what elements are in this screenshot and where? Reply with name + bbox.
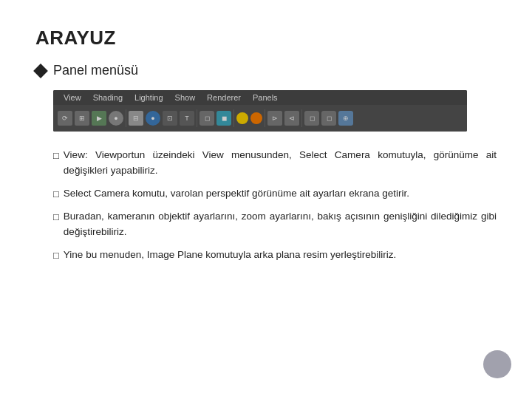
toolbar-icon-14[interactable]: ◻ (321, 111, 336, 126)
menu-lighting[interactable]: Lighting (129, 92, 169, 103)
toolbar-icon-11[interactable]: ⊳ (267, 111, 282, 126)
menu-shading[interactable]: Shading (87, 92, 129, 103)
toolbar-icon-6[interactable]: ● (146, 111, 160, 126)
toolbar-icon-15[interactable]: ⊕ (338, 111, 353, 126)
list-item-2: □ Select Camera komutu, varolan perspekt… (53, 186, 497, 202)
toolbar-icon-8[interactable]: T (180, 111, 194, 126)
toolbar-separator-2 (197, 109, 197, 127)
content-block: □ View: Viewportun üzeindeki View menusu… (53, 148, 497, 263)
page-container: ARAYUZ Panel menüsü View Shading Lightin… (0, 0, 532, 290)
menu-renderer[interactable]: Renderer (201, 92, 247, 103)
panel-title: Panel menüsü (53, 63, 138, 78)
menu-panels[interactable]: Panels (247, 92, 284, 103)
list-item-4: □ Yine bu menuden, Image Plane komutuyla… (53, 248, 497, 263)
circle-decoration (483, 350, 511, 378)
main-section: Panel menüsü View Shading Lighting Show … (35, 63, 497, 263)
toolbar-icon-10[interactable]: ◼ (216, 111, 231, 126)
toolbar-icon-7[interactable]: ⊡ (163, 111, 177, 126)
toolbar-menu: View Shading Lighting Show Renderer Pane… (53, 90, 467, 105)
item-text-2: Select Camera komutu, varolan perspektif… (64, 186, 409, 202)
toolbar-icon-orange[interactable] (250, 112, 262, 124)
item-text-1: View: Viewportun üzeindeki View menusund… (64, 148, 497, 179)
menu-view[interactable]: View (58, 92, 87, 103)
bullet-1: □ (53, 150, 59, 161)
toolbar-icons: ⟳ ⊞ ▶ ● ⊟ ● ⊡ T ◻ ◼ ⊳ ⊲ ◻ ◻ (53, 105, 467, 132)
toolbar-icon-yellow[interactable] (236, 112, 248, 124)
item-text-4: Yine bu menuden, Image Plane komutuyla a… (64, 248, 396, 263)
toolbar-bar: View Shading Lighting Show Renderer Pane… (53, 90, 467, 132)
list-item-3: □ Buradan, kameranın objektif ayarlarını… (53, 209, 497, 240)
toolbar-icon-5[interactable]: ⊟ (129, 111, 143, 126)
list-item-1: □ View: Viewportun üzeindeki View menusu… (53, 148, 497, 179)
toolbar-icon-3[interactable]: ▶ (92, 111, 106, 126)
bullet-4: □ (53, 250, 59, 261)
toolbar-icon-12[interactable]: ⊲ (284, 111, 299, 126)
toolbar-icon-9[interactable]: ◻ (200, 111, 214, 126)
bullet-diamond-icon (33, 64, 48, 78)
bullet-2: □ (53, 188, 59, 200)
toolbar-icon-4[interactable]: ● (109, 111, 123, 126)
toolbar-separator-5 (301, 109, 302, 127)
toolbar-separator-1 (126, 109, 126, 127)
page-title: ARAYUZ (35, 27, 497, 50)
toolbar-icon-2[interactable]: ⊞ (75, 111, 89, 126)
bullet-3: □ (53, 211, 59, 222)
toolbar-separator-3 (233, 109, 234, 127)
toolbar-icon-1[interactable]: ⟳ (58, 111, 72, 126)
panel-header: Panel menüsü (35, 63, 497, 78)
toolbar-separator-4 (265, 109, 265, 127)
toolbar-icon-13[interactable]: ◻ (304, 111, 319, 126)
menu-show[interactable]: Show (169, 92, 202, 103)
item-text-3: Buradan, kameranın objektif ayarlarını, … (64, 209, 497, 240)
